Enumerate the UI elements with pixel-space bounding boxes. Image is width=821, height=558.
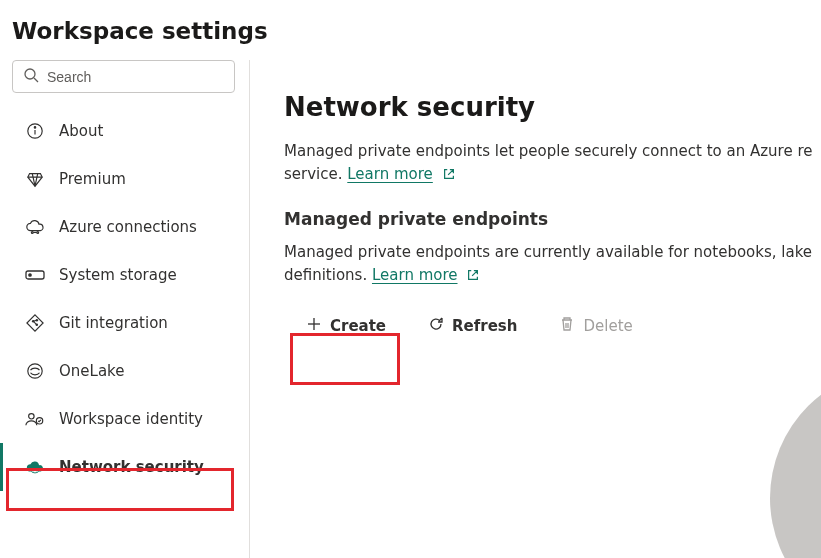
sidebar-item-azure-connections[interactable]: Azure connections: [0, 203, 247, 251]
sidebar-item-workspace-identity[interactable]: Workspace identity: [0, 395, 247, 443]
svg-line-13: [33, 321, 37, 325]
search-input[interactable]: [12, 60, 235, 93]
search-icon: [23, 67, 39, 86]
sidebar-item-label: Network security: [59, 458, 204, 476]
main-content: Network security Managed private endpoin…: [250, 60, 821, 558]
svg-line-1: [34, 78, 38, 82]
svg-point-18: [31, 468, 38, 473]
search-field[interactable]: [47, 69, 224, 85]
toolbar: Create Refresh Delete: [284, 310, 821, 342]
learn-more-link-1[interactable]: Learn more: [347, 165, 433, 183]
info-icon: [25, 121, 45, 141]
button-label: Delete: [583, 317, 632, 335]
svg-point-16: [29, 414, 34, 419]
onelake-icon: [25, 361, 45, 381]
sidebar-item-label: Premium: [59, 170, 126, 188]
delete-button: Delete: [549, 310, 642, 342]
main-heading: Network security: [284, 92, 821, 122]
sidebar-item-system-storage[interactable]: System storage: [0, 251, 247, 299]
cloud-shield-icon: [25, 457, 45, 477]
description-2: Managed private endpoints are currently …: [284, 241, 821, 286]
sub-heading: Managed private endpoints: [284, 209, 821, 229]
sidebar-item-premium[interactable]: Premium: [0, 155, 247, 203]
learn-more-link-2[interactable]: Learn more: [372, 266, 458, 284]
sidebar-item-label: Git integration: [59, 314, 168, 332]
create-button[interactable]: Create: [296, 310, 396, 342]
svg-point-9: [29, 274, 31, 276]
sidebar-item-network-security[interactable]: Network security: [0, 443, 247, 491]
sidebar: About Premium Azure connections: [0, 60, 250, 558]
svg-point-19: [33, 470, 34, 471]
sidebar-item-onelake[interactable]: OneLake: [0, 347, 247, 395]
identity-icon: [25, 409, 45, 429]
svg-point-20: [36, 470, 37, 471]
storage-icon: [25, 265, 45, 285]
diamond-icon: [25, 169, 45, 189]
svg-point-15: [28, 364, 42, 378]
svg-point-4: [34, 127, 35, 128]
svg-point-0: [25, 69, 35, 79]
button-label: Refresh: [452, 317, 517, 335]
button-label: Create: [330, 317, 386, 335]
refresh-button[interactable]: Refresh: [418, 310, 527, 342]
sidebar-item-about[interactable]: About: [0, 107, 247, 155]
sidebar-item-label: OneLake: [59, 362, 124, 380]
svg-point-6: [37, 232, 39, 234]
sidebar-item-label: About: [59, 122, 103, 140]
external-link-icon: [442, 167, 456, 181]
svg-point-5: [31, 232, 33, 234]
plus-icon: [306, 316, 322, 336]
sidebar-item-label: Workspace identity: [59, 410, 203, 428]
nav-list: About Premium Azure connections: [0, 107, 247, 491]
refresh-icon: [428, 316, 444, 336]
sidebar-item-git-integration[interactable]: Git integration: [0, 299, 247, 347]
page-title: Workspace settings: [0, 0, 821, 60]
external-link-icon: [466, 268, 480, 282]
cloud-link-icon: [25, 217, 45, 237]
trash-icon: [559, 316, 575, 336]
sidebar-item-label: Azure connections: [59, 218, 197, 236]
git-icon: [25, 313, 45, 333]
description-1: Managed private endpoints let people sec…: [284, 140, 821, 185]
sidebar-item-label: System storage: [59, 266, 177, 284]
empty-state-illustration: [770, 368, 821, 558]
